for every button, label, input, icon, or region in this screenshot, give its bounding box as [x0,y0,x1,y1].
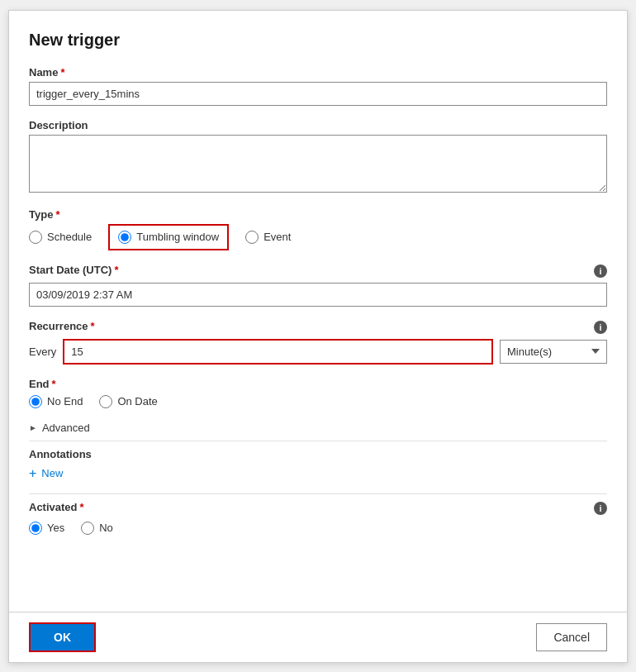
advanced-row[interactable]: ► Advanced [29,422,607,434]
end-options-row: No End On Date [29,395,607,408]
activated-options-row: Yes No [29,522,607,535]
description-field-group: Description [29,119,607,195]
new-trigger-dialog: New trigger Name * Description Type * [8,10,628,663]
activated-yes-label: Yes [47,522,64,534]
new-annotation-label: New [41,467,63,479]
start-date-header-row: Start Date (UTC) * i [29,264,607,279]
activated-yes-option[interactable]: Yes [29,522,64,535]
advanced-chevron-icon: ► [29,423,37,432]
end-on-date-label: On Date [117,395,157,407]
annotations-section: Annotations + New [29,448,607,480]
activated-header-row: Activated * i [29,501,607,517]
type-tumbling-label: Tumbling window [136,231,219,243]
cancel-button[interactable]: Cancel [536,623,607,651]
ok-button[interactable]: OK [29,622,96,652]
end-on-date-radio[interactable] [99,395,112,408]
type-options-row: Schedule Tumbling window Event [29,224,607,250]
recurrence-label: Recurrence * [29,320,95,332]
start-date-required-star: * [114,264,118,276]
end-field-group: End * No End On Date [29,378,607,408]
activated-no-radio[interactable] [81,522,94,535]
activated-label: Activated * [29,501,84,513]
start-date-label: Start Date (UTC) * [29,264,118,276]
description-textarea[interactable] [29,135,607,193]
recurrence-every-label: Every [29,346,56,358]
type-schedule-option[interactable]: Schedule [29,231,92,244]
name-label: Name * [29,66,607,79]
start-date-input[interactable] [29,283,607,307]
recurrence-required-star: * [91,320,95,332]
name-input[interactable] [29,82,607,106]
end-label: End * [29,378,607,390]
description-label: Description [29,119,607,131]
type-tumbling-option[interactable]: Tumbling window [108,224,229,250]
start-date-field-group: Start Date (UTC) * i [29,264,607,307]
divider-2 [29,493,607,494]
type-event-option[interactable]: Event [245,231,291,244]
recurrence-unit-select[interactable]: Minute(s) Hour(s) Day(s) [500,340,607,364]
dialog-footer: OK Cancel [9,612,627,662]
advanced-label: Advanced [42,422,90,434]
activated-info-icon[interactable]: i [594,502,607,515]
start-date-info-icon[interactable]: i [594,265,607,278]
dialog-body: New trigger Name * Description Type * [9,11,627,612]
activated-no-label: No [99,522,113,534]
name-field-group: Name * [29,66,607,106]
activated-no-option[interactable]: No [81,522,113,535]
type-label: Type * [29,208,607,221]
type-field-group: Type * Schedule Tumbling window Event [29,208,607,250]
activated-yes-radio[interactable] [29,522,42,535]
annotations-label: Annotations [29,448,607,460]
type-tumbling-radio[interactable] [118,231,131,244]
recurrence-field-group: Recurrence * i Every Minute(s) Hour(s) D… [29,320,607,365]
type-schedule-label: Schedule [47,231,92,243]
name-required-star: * [60,66,64,79]
activated-field-group: Activated * i Yes No [29,501,607,535]
end-required-star: * [52,378,56,390]
plus-icon: + [29,467,36,480]
activated-required-star: * [80,501,84,513]
recurrence-header-row: Recurrence * i [29,320,607,336]
type-schedule-radio[interactable] [29,231,42,244]
dialog-title: New trigger [29,31,607,50]
recurrence-value-input[interactable] [63,339,493,365]
type-required-star: * [55,208,59,221]
end-on-date-option[interactable]: On Date [99,395,157,408]
type-event-radio[interactable] [245,231,259,244]
type-event-label: Event [263,231,291,243]
end-no-end-radio[interactable] [29,395,42,408]
new-annotation-button[interactable]: + New [29,467,63,480]
end-no-end-option[interactable]: No End [29,395,83,408]
divider-1 [29,441,607,441]
end-no-end-label: No End [47,395,83,407]
recurrence-info-icon[interactable]: i [594,321,607,334]
recurrence-row: Every Minute(s) Hour(s) Day(s) [29,339,607,365]
